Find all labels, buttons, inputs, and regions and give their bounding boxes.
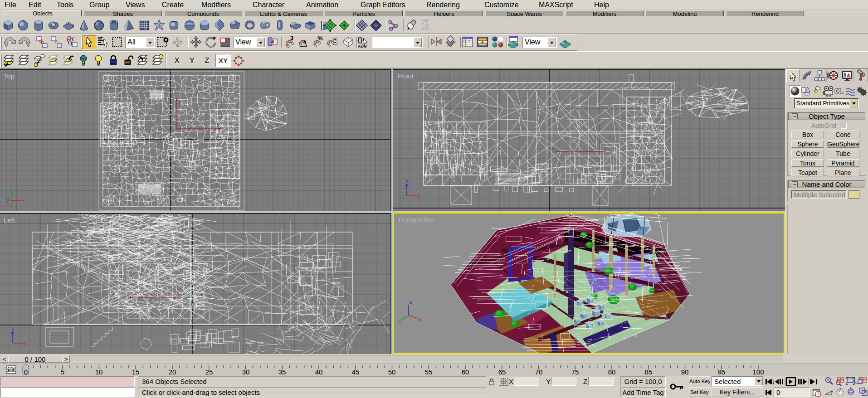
svg-text:15: 15 bbox=[132, 368, 140, 375]
svg-text:x: x bbox=[418, 193, 420, 199]
svg-text:y: y bbox=[7, 342, 10, 348]
svg-text:x: x bbox=[603, 146, 605, 150]
svg-text:Perspective: Perspective bbox=[399, 216, 434, 223]
svg-text:50: 50 bbox=[388, 368, 396, 375]
svg-text:80: 80 bbox=[608, 368, 616, 375]
svg-text:Front: Front bbox=[398, 72, 414, 80]
svg-text:y: y bbox=[179, 98, 181, 103]
svg-text:85: 85 bbox=[645, 368, 653, 375]
svg-text:y: y bbox=[401, 195, 404, 200]
svg-text:z: z bbox=[7, 198, 10, 203]
svg-text:55: 55 bbox=[425, 368, 433, 375]
svg-text:20: 20 bbox=[169, 368, 176, 375]
svg-text:ABC: ABC bbox=[358, 44, 367, 49]
svg-text:25: 25 bbox=[205, 368, 213, 375]
svg-text:10: 10 bbox=[95, 368, 103, 375]
svg-text:z: z bbox=[406, 179, 409, 184]
svg-text:0: 0 bbox=[24, 368, 28, 375]
svg-text:Top: Top bbox=[4, 72, 15, 80]
svg-text:x: x bbox=[217, 122, 219, 127]
svg-text:70: 70 bbox=[535, 368, 543, 375]
svg-text:{}: {} bbox=[357, 36, 363, 44]
svg-text:45: 45 bbox=[352, 368, 360, 375]
svg-text:40: 40 bbox=[315, 368, 323, 375]
svg-text:x: x bbox=[419, 316, 421, 322]
svg-text:x: x bbox=[177, 291, 179, 296]
svg-text:100: 100 bbox=[752, 368, 764, 375]
svg-text:30: 30 bbox=[242, 368, 250, 375]
svg-text:%: % bbox=[317, 35, 323, 42]
svg-text:z: z bbox=[410, 299, 412, 305]
svg-text:y: y bbox=[127, 292, 129, 297]
svg-text:y: y bbox=[399, 318, 401, 324]
svg-text:y: y bbox=[552, 146, 554, 151]
svg-text:65: 65 bbox=[498, 368, 506, 375]
svg-text:3: 3 bbox=[290, 35, 293, 41]
svg-text:75: 75 bbox=[571, 368, 579, 375]
svg-text:5: 5 bbox=[61, 368, 64, 375]
svg-text:Left: Left bbox=[4, 216, 15, 224]
svg-text:60: 60 bbox=[462, 368, 469, 375]
svg-text:x: x bbox=[24, 340, 26, 346]
svg-text:90: 90 bbox=[681, 368, 689, 375]
svg-text:35: 35 bbox=[278, 368, 286, 375]
svg-text:95: 95 bbox=[718, 368, 726, 375]
svg-text:z: z bbox=[12, 326, 15, 331]
svg-text:x: x bbox=[22, 198, 25, 203]
